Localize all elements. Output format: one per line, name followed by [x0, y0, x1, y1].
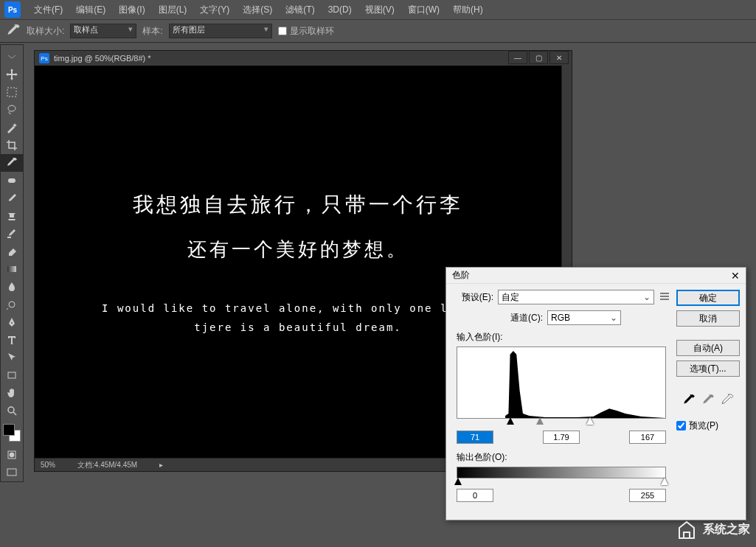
rectangle-tool[interactable]: [1, 366, 23, 384]
lasso-tool[interactable]: [1, 101, 23, 119]
midtone-slider[interactable]: [536, 417, 544, 425]
histogram[interactable]: [457, 346, 666, 419]
crop-tool[interactable]: [1, 136, 23, 154]
menu-view[interactable]: 视图(V): [359, 1, 400, 19]
cancel-button[interactable]: 取消: [676, 310, 740, 327]
quick-mask-tool[interactable]: [1, 446, 23, 464]
preset-select[interactable]: 自定: [498, 290, 654, 304]
dialog-close-button[interactable]: ✕: [731, 270, 740, 282]
input-gamma-field[interactable]: [543, 431, 580, 444]
tab-collapse-icon[interactable]: [1, 48, 23, 66]
preview-checkbox[interactable]: 预览(P): [676, 419, 740, 432]
canvas-text-en-1: I would like to travel alone, with only …: [102, 302, 494, 314]
type-tool[interactable]: [1, 331, 23, 349]
eyedropper-tool[interactable]: [1, 154, 23, 172]
menu-window[interactable]: 窗口(W): [402, 1, 445, 19]
menu-edit[interactable]: 编辑(E): [70, 1, 111, 19]
maximize-button[interactable]: ▢: [529, 51, 548, 64]
menu-3d[interactable]: 3D(D): [322, 1, 358, 18]
black-eyedropper-icon[interactable]: [682, 393, 696, 408]
sample-size-select[interactable]: 取样点: [70, 24, 136, 38]
document-title: timg.jpg @ 50%(RGB/8#) *: [54, 54, 151, 63]
menu-image[interactable]: 图像(I): [113, 1, 150, 19]
marquee-tool[interactable]: [1, 83, 23, 101]
levels-dialog: 色阶 ✕ 预设(E): 自定 通道(C): RGB 输入色阶(I):: [445, 267, 746, 520]
svg-rect-9: [7, 469, 16, 475]
sample-size-label: 取样大小:: [27, 25, 64, 38]
doc-ps-icon: Ps: [39, 53, 49, 63]
menu-file[interactable]: 文件(F): [28, 1, 69, 19]
gradient-tool[interactable]: [1, 260, 23, 278]
file-size: 文档:4.45M/4.45M: [77, 460, 137, 470]
eyedropper-group: [676, 393, 740, 408]
zoom-tool[interactable]: [1, 402, 23, 419]
black-point-slider[interactable]: [507, 417, 514, 425]
input-white-field[interactable]: [629, 431, 666, 444]
output-white-field[interactable]: [629, 489, 666, 502]
svg-rect-3: [7, 266, 16, 272]
preview-label: 预览(P): [689, 419, 718, 432]
show-ring-input[interactable]: [278, 27, 287, 35]
blur-tool[interactable]: [1, 278, 23, 296]
show-ring-label: 显示取样环: [290, 25, 334, 38]
eraser-tool[interactable]: [1, 243, 23, 260]
output-gradient[interactable]: [457, 467, 666, 478]
history-brush-tool[interactable]: [1, 225, 23, 243]
menu-layer[interactable]: 图层(L): [153, 1, 193, 19]
menu-bar: Ps 文件(F) 编辑(E) 图像(I) 图层(L) 文字(Y) 选择(S) 滤…: [0, 0, 756, 19]
menu-help[interactable]: 帮助(H): [447, 1, 489, 19]
watermark-icon: [675, 518, 698, 541]
move-tool[interactable]: [1, 66, 23, 83]
healing-brush-tool[interactable]: [1, 172, 23, 189]
ok-button[interactable]: 确定: [676, 290, 740, 306]
sample-select[interactable]: 所有图层: [169, 24, 272, 38]
foreground-color[interactable]: [3, 424, 15, 436]
options-bar: 取样大小: 取样点 样本: 所有图层 显示取样环: [0, 19, 756, 43]
pen-tool[interactable]: [1, 313, 23, 331]
path-selection-tool[interactable]: [1, 349, 23, 366]
clone-stamp-tool[interactable]: [1, 207, 23, 225]
dodge-tool[interactable]: [1, 296, 23, 313]
magic-wand-tool[interactable]: [1, 119, 23, 136]
svg-rect-5: [8, 372, 15, 378]
hand-tool[interactable]: [1, 384, 23, 402]
document-titlebar[interactable]: Ps timg.jpg @ 50%(RGB/8#) * — ▢ ✕: [35, 51, 572, 66]
brush-tool[interactable]: [1, 189, 23, 207]
output-black-field[interactable]: [457, 489, 493, 502]
svg-rect-2: [8, 178, 15, 183]
status-arrow-icon[interactable]: ▸: [159, 461, 163, 469]
canvas-text-en-2: tjere is a beautiful dream.: [194, 321, 402, 333]
dialog-title: 色阶: [452, 269, 470, 282]
dialog-titlebar[interactable]: 色阶 ✕: [446, 268, 746, 284]
canvas-text-cn-2: 还有一个美好的梦想。: [187, 237, 409, 262]
white-eyedropper-icon[interactable]: [720, 393, 735, 408]
svg-point-6: [8, 407, 14, 413]
screen-mode-tool[interactable]: [1, 464, 23, 481]
svg-rect-0: [7, 88, 16, 97]
auto-button[interactable]: 自动(A): [676, 340, 740, 356]
canvas-text-cn-1: 我想独自去旅行，只带一个行李: [133, 191, 463, 219]
options-button[interactable]: 选项(T)...: [676, 360, 740, 377]
gray-eyedropper-icon[interactable]: [701, 393, 715, 408]
app-logo: Ps: [4, 1, 21, 18]
svg-point-1: [8, 105, 15, 111]
minimize-button[interactable]: —: [508, 51, 527, 64]
preset-menu-icon[interactable]: [659, 291, 670, 303]
color-swatches[interactable]: [3, 424, 21, 442]
preview-input[interactable]: [676, 421, 686, 431]
input-black-field[interactable]: [457, 431, 493, 444]
tool-panel: [0, 44, 24, 482]
zoom-level[interactable]: 50%: [41, 461, 55, 469]
white-point-slider[interactable]: [586, 417, 594, 425]
sample-label: 样本:: [142, 25, 162, 38]
close-doc-button[interactable]: ✕: [549, 51, 569, 64]
menu-select[interactable]: 选择(S): [237, 1, 278, 19]
channel-select[interactable]: RGB: [547, 310, 621, 325]
show-sampling-ring-checkbox[interactable]: 显示取样环: [278, 25, 334, 38]
input-levels-label: 输入色阶(I):: [457, 331, 670, 344]
input-slider-track[interactable]: [457, 419, 666, 428]
output-black-slider[interactable]: [454, 478, 462, 485]
menu-filter[interactable]: 滤镜(T): [280, 1, 320, 19]
output-white-slider[interactable]: [661, 478, 668, 485]
menu-type[interactable]: 文字(Y): [194, 1, 235, 19]
